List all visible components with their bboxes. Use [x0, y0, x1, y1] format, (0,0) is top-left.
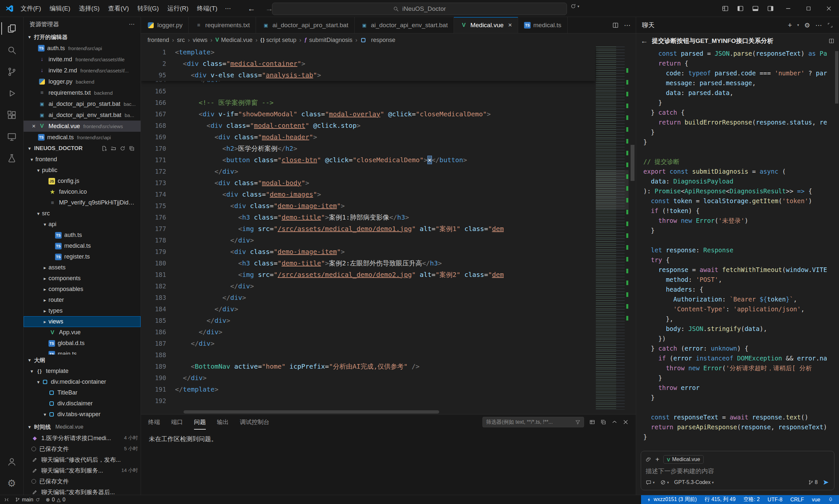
code-line[interactable]: data: parsed.data, — [643, 88, 839, 98]
open-editor-item[interactable]: ▣ai_doctor_api_env_start.batba... — [23, 109, 141, 121]
code-line[interactable]: } — [643, 127, 839, 137]
chevron-down-icon[interactable]: ▾ — [35, 211, 42, 217]
tree-item[interactable]: ▸views — [23, 316, 141, 327]
panel-tab[interactable]: 端口 — [171, 415, 183, 430]
filter-funnel-icon[interactable] — [575, 419, 581, 425]
git-branch-status[interactable]: main — [15, 495, 40, 504]
toggle-secondary-sidebar-icon[interactable] — [763, 0, 778, 17]
code-line[interactable]: } catch { — [643, 107, 839, 117]
scrollbar-thumb[interactable] — [630, 145, 635, 181]
chevron-down-icon[interactable]: ▾ — [28, 368, 35, 374]
open-editor-item[interactable]: ×VMedical.vuefrontend\src\views — [23, 121, 141, 132]
code-line[interactable]: 169 <div class="modal-header"> — [141, 131, 595, 143]
expand-chat-icon[interactable] — [827, 22, 833, 28]
menu-item[interactable]: 文件(F) — [16, 0, 45, 17]
remote-indicator[interactable] — [4, 495, 9, 504]
tree-item[interactable]: ▾src — [23, 208, 141, 219]
code-line[interactable]: } catch (error: unknown) { — [643, 343, 839, 353]
attach-context-icon[interactable] — [646, 456, 651, 462]
code-line[interactable]: 178 </div> — [141, 235, 595, 246]
code-line[interactable]: 'Content-Type': 'application/json', — [643, 304, 839, 314]
close-icon[interactable]: × — [30, 123, 38, 130]
close-panel-icon[interactable] — [623, 419, 629, 425]
tree-item[interactable]: TSregister.ts — [23, 251, 141, 262]
chevron-right-icon[interactable]: ▸ — [41, 286, 49, 292]
tools-picker[interactable]: 8 — [808, 480, 818, 485]
chevron-right-icon[interactable]: ▸ — [41, 297, 49, 303]
code-line[interactable]: } — [643, 137, 839, 147]
chat-panel-title[interactable]: 聊天 — [642, 21, 655, 30]
code-line[interactable]: 167 <div v-if="showDemoModal" class="mod… — [141, 108, 595, 120]
code-line[interactable]: 2 <div class="medical-container"> — [141, 58, 595, 70]
code-line[interactable]: 182 </div> — [141, 281, 595, 292]
editor-tab[interactable]: VMedical.vue× — [454, 17, 518, 33]
code-line[interactable]: 180 <h3 class="demo-title">案例2:左眼部外伤导致眼压… — [141, 257, 595, 269]
timeline-item[interactable]: 聊天编辑:"发布到服务器后... — [23, 487, 141, 495]
code-line[interactable]: return { — [643, 58, 839, 68]
code-line[interactable]: 181 <img src="/src/assets/medical_demo/d… — [141, 269, 595, 281]
minimap[interactable] — [596, 47, 629, 410]
timeline-item[interactable]: 已保存文件5 小时 — [23, 443, 141, 454]
notifications-bell-icon[interactable] — [828, 495, 833, 504]
run-debug-icon[interactable] — [1, 84, 22, 103]
code-line[interactable]: 189 <BottomNav active="home" icpPrefix="… — [141, 361, 595, 372]
open-editor-item[interactable]: ≡requirements.txtbackend — [23, 87, 141, 98]
code-line[interactable]: 184 </div> — [141, 303, 595, 315]
code-line[interactable]: } — [643, 393, 839, 402]
chevron-down-icon[interactable]: ▾ — [35, 379, 42, 385]
account-icon[interactable] — [1, 452, 22, 471]
code-line[interactable]: throw error — [643, 383, 839, 393]
code-line[interactable]: 172 </div> — [141, 166, 595, 177]
chevron-down-icon[interactable]: ▾ — [41, 412, 49, 417]
code-line[interactable]: method: 'POST', — [643, 275, 839, 285]
new-chat-icon[interactable]: + — [788, 22, 792, 29]
back-icon[interactable]: ← — [247, 4, 255, 13]
chevron-right-icon[interactable]: ▸ — [41, 319, 49, 325]
code-editor[interactable]: 164 </div>165166 <!-- 医学案例弹窗 -->167 <div… — [141, 47, 636, 414]
panel-tab[interactable]: 问题 — [194, 415, 206, 430]
timeline-item[interactable]: 已保存文件 — [23, 476, 141, 487]
code-line[interactable]: 1<template> — [141, 47, 595, 58]
code-line[interactable]: 175 <div class="demo-image-item"> — [141, 200, 595, 212]
code-line[interactable]: 185 </div> — [141, 315, 595, 326]
editor-tab[interactable]: ▣ai_doctor_api_env_start.bat — [355, 17, 454, 33]
code-line[interactable]: return parseApiResponse(response, respon… — [643, 422, 839, 432]
add-context-icon[interactable]: + — [656, 456, 659, 463]
tree-item[interactable]: ▸types — [23, 305, 141, 316]
code-line[interactable]: code: typeof parsed.code === 'number' ? … — [643, 68, 839, 78]
model-picker[interactable]: GPT-5.3-Codex ▾ — [674, 480, 714, 485]
code-line[interactable]: headers: { — [643, 285, 839, 294]
toggle-panel-icon[interactable] — [748, 0, 763, 17]
code-line[interactable]: body: JSON.stringify(data), — [643, 324, 839, 334]
panel-tab[interactable]: 输出 — [217, 415, 229, 430]
code-line[interactable]: 176 <h3 class="demo-title">案例1:肺部病变影像</h… — [141, 212, 595, 223]
outline-header[interactable]: ▾ 大纲 — [23, 355, 141, 366]
refresh-icon[interactable] — [120, 145, 126, 151]
chat-mode-selector[interactable]: ▾ — [646, 480, 655, 485]
outline-item[interactable]: ▾{ }template — [23, 366, 141, 377]
code-line[interactable] — [643, 235, 839, 245]
code-line[interactable]: message: parsed.message, — [643, 78, 839, 88]
code-line[interactable]: const token = localStorage.getItem('toke… — [643, 196, 839, 206]
tree-item[interactable]: ▸components — [23, 273, 141, 284]
editor-tab[interactable]: ≡requirements.txt — [189, 17, 256, 33]
breadcrumb-item[interactable]: { }script setup — [260, 37, 296, 43]
code-line[interactable]: } — [643, 98, 839, 107]
code-line[interactable]: } — [643, 373, 839, 383]
breadcrumb-item[interactable]: src — [177, 37, 185, 43]
minimap-slider[interactable] — [596, 170, 629, 210]
outline-item[interactable]: ▾div.tabs-wrapper — [23, 409, 141, 420]
code-line[interactable]: } — [643, 432, 839, 442]
breadcrumb-item[interactable]: VMedical.vue — [215, 37, 252, 43]
chevron-down-icon[interactable]: ▾ — [41, 221, 49, 228]
breadcrumb-item[interactable]: views — [193, 37, 208, 43]
code-line[interactable]: response = await fetchWithTimeout(window… — [643, 265, 839, 275]
code-line[interactable]: 190 </div> — [141, 372, 595, 384]
remote-explorer-icon[interactable] — [1, 127, 22, 146]
chat-more-icon[interactable]: ⋯ — [816, 22, 822, 29]
tree-item[interactable]: ▾public — [23, 165, 141, 176]
tree-item[interactable]: ▸router — [23, 294, 141, 305]
open-editor-item[interactable]: ▣ai_doctor_api_pro_start.batbac... — [23, 98, 141, 109]
menu-item[interactable]: 选择(S) — [75, 0, 104, 17]
code-line[interactable]: }, — [643, 314, 839, 324]
